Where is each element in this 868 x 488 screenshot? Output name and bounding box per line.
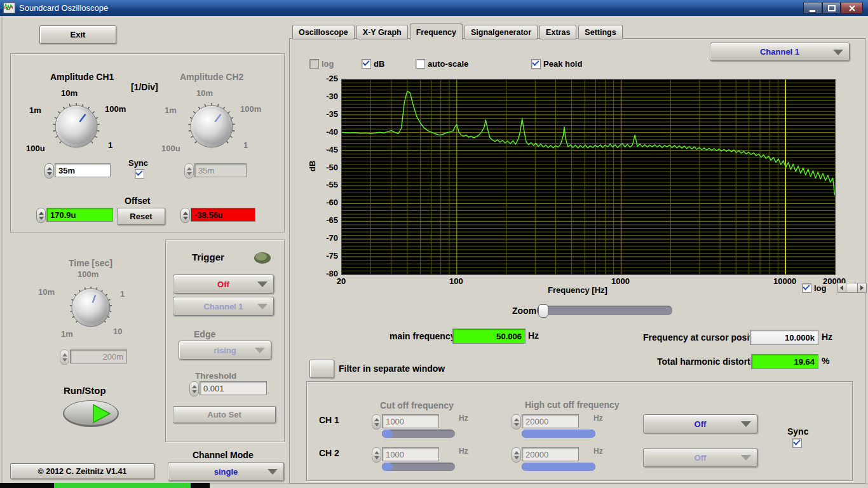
trigger-edge-dropdown[interactable]: rising <box>179 341 271 360</box>
channel-select-value: Channel 1 <box>760 47 799 57</box>
threshold-field[interactable]: 0.001 <box>200 381 267 395</box>
main-frequency-label: main frequency <box>390 331 455 341</box>
y-tick-label: -75 <box>313 251 338 261</box>
channel-mode-dropdown[interactable]: single <box>168 462 284 481</box>
ch1-high-cutoff-slider[interactable] <box>522 430 595 438</box>
spectrum-plot[interactable] <box>341 79 836 275</box>
tab-oscilloscope[interactable]: Oscilloscope <box>292 25 355 39</box>
channel-select-dropdown[interactable]: Channel 1 <box>710 43 850 61</box>
check-icon <box>362 58 369 65</box>
per-div-label: [1/Div] <box>131 82 158 92</box>
ch1-offset-stepper[interactable] <box>36 208 46 223</box>
minimize-button[interactable] <box>803 2 822 14</box>
x-tick-label: 20 <box>319 276 363 286</box>
check-icon <box>803 283 810 290</box>
ch1-cutoff-slider[interactable] <box>382 430 455 438</box>
ch1-scale-field[interactable]: 35m <box>55 163 111 177</box>
offset-reset-button[interactable]: Reset <box>117 208 165 225</box>
amplitude-sync-checkbox[interactable] <box>135 169 144 179</box>
app-icon <box>3 3 15 13</box>
threshold-stepper[interactable] <box>189 381 199 396</box>
run-stop-button[interactable] <box>62 399 120 428</box>
y-tick-label: -45 <box>313 145 338 154</box>
amplitude-ch2-title: Amplitude CH2 <box>180 72 243 82</box>
time-knob[interactable] <box>68 285 114 330</box>
knob-label: 100u <box>26 144 45 153</box>
ch1-filter-mode-dropdown[interactable]: Off <box>643 414 757 433</box>
tab-signalgenerator[interactable]: Signalgenerator <box>465 25 538 39</box>
time-stepper[interactable] <box>60 349 69 365</box>
trigger-source-dropdown[interactable]: Channel 1 <box>173 297 274 316</box>
auto-scale-checkbox[interactable] <box>416 59 425 69</box>
auto-set-button[interactable]: Auto Set <box>173 406 276 423</box>
ch2-cutoff-stepper[interactable] <box>372 447 381 463</box>
plot-scrollbar-thumb[interactable] <box>846 283 858 293</box>
ch1-cutoff-field[interactable]: 1000 <box>382 414 439 428</box>
tab-xy-graph[interactable]: X-Y Graph <box>356 25 408 39</box>
peak-hold-checkbox[interactable] <box>531 59 541 69</box>
knob-label: 1m <box>165 105 177 115</box>
ch1-high-cutoff-stepper[interactable] <box>512 414 521 430</box>
ch2-high-cutoff-stepper[interactable] <box>512 447 521 463</box>
tab-settings[interactable]: Settings <box>578 25 622 39</box>
ch2-cutoff-field[interactable]: 1000 <box>382 447 439 461</box>
main-frequency-unit: Hz <box>528 330 539 341</box>
ch2-cutoff-unit: Hz <box>459 447 468 456</box>
copyright-button[interactable]: © 2012 C. Zeitnitz V1.41 <box>10 463 154 479</box>
amplitude-ch1-knob[interactable] <box>50 100 102 152</box>
filter-window-button[interactable] <box>309 360 334 378</box>
cursor-frequency-label: Frequency at cursor position <box>643 332 766 342</box>
chevron-down-icon <box>268 469 278 475</box>
ch2-high-cutoff-unit: Hz <box>593 447 603 456</box>
cursor-frequency-field: 10.000k <box>750 330 818 345</box>
ch2-offset-stepper[interactable] <box>180 208 190 223</box>
close-button[interactable] <box>841 2 863 14</box>
check-icon <box>532 58 539 65</box>
db-checkbox[interactable] <box>362 59 371 69</box>
time-field: 200m <box>70 349 127 363</box>
tab-extras[interactable]: Extras <box>539 25 576 39</box>
ch1-label: CH 1 <box>319 415 339 425</box>
thd-label: Total harmonic distortion <box>657 356 764 367</box>
ch1-offset-field[interactable]: 170.9u <box>46 208 113 222</box>
db-option-label: dB <box>374 59 384 69</box>
log-scale-checkbox[interactable] <box>309 59 319 69</box>
ch2-filter-mode-dropdown[interactable]: Off <box>643 448 757 467</box>
log-option-label: log <box>322 59 334 69</box>
exit-button[interactable]: Exit <box>39 25 116 44</box>
zoom-slider-thumb[interactable] <box>538 304 548 318</box>
ch2-scale-stepper[interactable] <box>184 163 194 179</box>
run-stop-label: Run/Stop <box>64 385 106 396</box>
ch2-label: CH 2 <box>319 448 339 458</box>
copyright-label: © 2012 C. Zeitnitz V1.41 <box>38 467 127 476</box>
x-tick-label: 100 <box>434 276 478 286</box>
maximize-button[interactable] <box>822 2 841 14</box>
trigger-mode-dropdown[interactable]: Off <box>173 274 274 294</box>
edge-label: Edge <box>194 329 215 339</box>
amplitude-ch2-knob[interactable] <box>186 100 238 152</box>
zoom-slider-track[interactable] <box>537 306 672 315</box>
x-axis-log-checkbox[interactable] <box>802 283 811 293</box>
ch2-cutoff-slider[interactable] <box>382 463 455 471</box>
time-title: Time [sec] <box>69 258 112 268</box>
plot-scroll-right-button[interactable] <box>857 283 867 293</box>
ch1-scale-stepper[interactable] <box>44 163 54 179</box>
window-title: Soundcard Oszilloscope <box>19 3 108 13</box>
knob-label: 10 <box>113 327 122 336</box>
ch2-offset-field[interactable]: -38.56u <box>191 208 255 222</box>
channel-mode-label: Channel Mode <box>193 450 254 460</box>
close-icon <box>849 5 855 11</box>
maximize-icon <box>828 5 836 11</box>
filter-sync-checkbox[interactable] <box>792 438 802 448</box>
chevron-down-icon <box>255 348 265 353</box>
ch2-high-cutoff-field[interactable]: 20000 <box>522 447 579 461</box>
main-frequency-field: 50.006 <box>452 329 526 344</box>
ch1-high-cutoff-field[interactable]: 20000 <box>522 414 579 428</box>
ch1-cutoff-stepper[interactable] <box>372 414 381 430</box>
tab-frequency[interactable]: Frequency <box>410 24 463 40</box>
chevron-down-icon <box>833 50 843 55</box>
knob-label: 1 <box>243 140 248 150</box>
title-bar: Soundcard Oszilloscope <box>0 0 868 16</box>
trigger-led <box>253 252 272 265</box>
ch2-high-cutoff-slider[interactable] <box>522 463 595 471</box>
